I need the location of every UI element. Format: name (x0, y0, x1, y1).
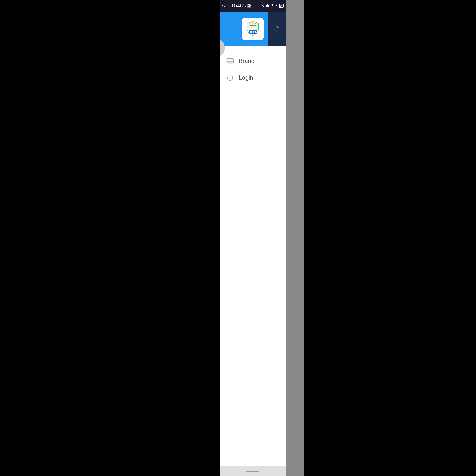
login-menu-item[interactable]: Login (220, 69, 286, 86)
bluetooth-icon (261, 4, 264, 8)
time-display: 17:33 (231, 4, 241, 8)
data-speed: 0.00 KB/S (242, 4, 246, 8)
top-bar: B PS (220, 12, 286, 46)
app-container: 4G 17:33 0.00 KB/S SIM (220, 0, 286, 476)
monitor-icon (226, 57, 234, 65)
branch-label: Branch (239, 58, 257, 65)
svg-text:B: B (250, 31, 252, 34)
left-black-area (172, 0, 220, 476)
status-left: 4G 17:33 0.00 KB/S SIM (222, 4, 256, 8)
svg-rect-18 (227, 58, 233, 63)
svg-point-6 (277, 26, 279, 28)
signal-bars (227, 4, 230, 7)
login-label: Login (239, 74, 253, 81)
svg-marker-5 (276, 4, 278, 7)
clock-icon (266, 4, 269, 7)
bottom-navigation-bar (220, 466, 286, 476)
battery-indicator: 30 (279, 4, 284, 8)
power-icon (226, 74, 234, 81)
bips-logo-svg: B PS (244, 20, 262, 38)
svg-point-15 (250, 25, 252, 26)
svg-text:PS: PS (253, 31, 257, 34)
right-gray-area (286, 0, 304, 476)
app-logo: B PS (242, 18, 264, 40)
svg-point-16 (254, 25, 255, 26)
bell-icon[interactable] (273, 25, 280, 33)
signal-label: 4G (222, 4, 226, 7)
svg-rect-19 (229, 63, 231, 64)
more-dots[interactable]: ... (252, 4, 256, 8)
menu-content: Branch Login (220, 46, 286, 466)
notification-area[interactable] (268, 12, 286, 46)
status-right: 30 (261, 4, 284, 8)
sim-icon: SIM (247, 4, 251, 8)
svg-point-17 (252, 23, 254, 25)
status-bar: 4G 17:33 0.00 KB/S SIM (220, 0, 286, 12)
wifi-icon (270, 4, 274, 7)
charging-icon (276, 4, 278, 7)
svg-text:SIM: SIM (249, 5, 251, 6)
home-indicator (246, 471, 259, 472)
branch-menu-item[interactable]: Branch (220, 53, 286, 69)
